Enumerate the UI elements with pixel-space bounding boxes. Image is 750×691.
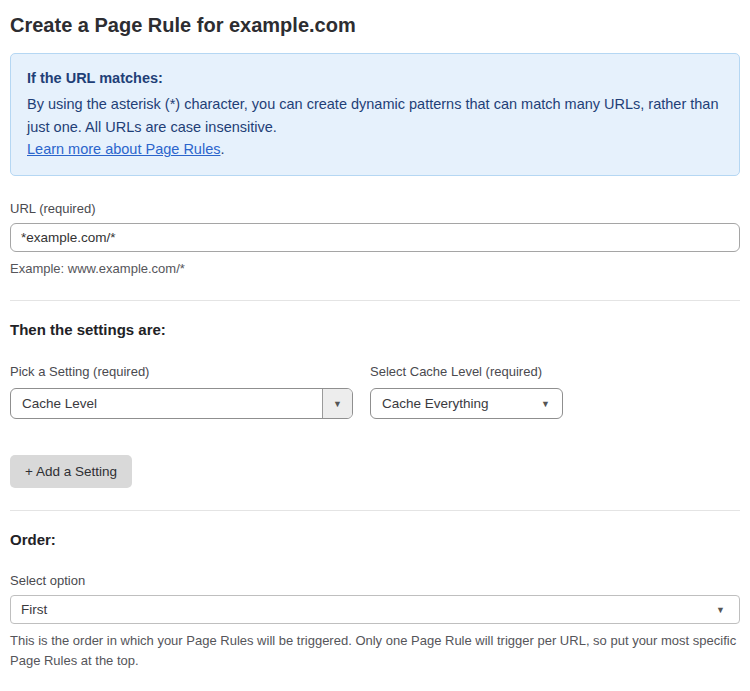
cache-level-label: Select Cache Level (required) [370,364,670,379]
learn-more-link[interactable]: Learn more about Page Rules [27,141,220,157]
create-page-rule-form: Create a Page Rule for example.com If th… [0,0,750,691]
order-select-value: First [11,602,716,617]
cache-level-column: Select Cache Level (required) Cache Ever… [370,364,670,419]
order-select[interactable]: First ▼ [10,595,740,624]
pick-setting-value: Cache Level [11,396,322,411]
order-helper-text: This is the order in which your Page Rul… [10,631,740,670]
settings-row: Pick a Setting (required) Cache Level ▼ … [10,364,740,419]
chevron-down-icon: ▼ [541,399,562,409]
pick-setting-label: Pick a Setting (required) [10,364,370,379]
cache-level-dropdown[interactable]: Cache Everything ▼ [370,388,563,419]
dropdown-arrow-segment[interactable]: ▼ [322,389,352,418]
cache-level-value: Cache Everything [371,396,541,411]
chevron-down-icon: ▼ [716,605,739,615]
url-field-label: URL (required) [10,201,740,216]
add-setting-button[interactable]: + Add a Setting [10,455,132,488]
pick-setting-dropdown[interactable]: Cache Level ▼ [10,388,353,419]
chevron-down-icon: ▼ [333,399,342,409]
settings-section-heading: Then the settings are: [10,321,740,338]
order-select-label: Select option [10,573,740,588]
url-input[interactable] [10,223,740,252]
info-box-body: By using the asterisk (*) character, you… [27,93,723,138]
info-link-line: Learn more about Page Rules. [27,138,723,160]
link-suffix: . [220,141,224,157]
pick-setting-column: Pick a Setting (required) Cache Level ▼ [10,364,370,419]
order-section-heading: Order: [10,531,740,548]
info-box-heading: If the URL matches: [27,67,723,89]
page-title: Create a Page Rule for example.com [10,14,740,37]
url-match-info-box: If the URL matches: By using the asteris… [10,53,740,176]
url-example-helper: Example: www.example.com/* [10,259,740,279]
divider [10,300,740,301]
divider [10,510,740,511]
